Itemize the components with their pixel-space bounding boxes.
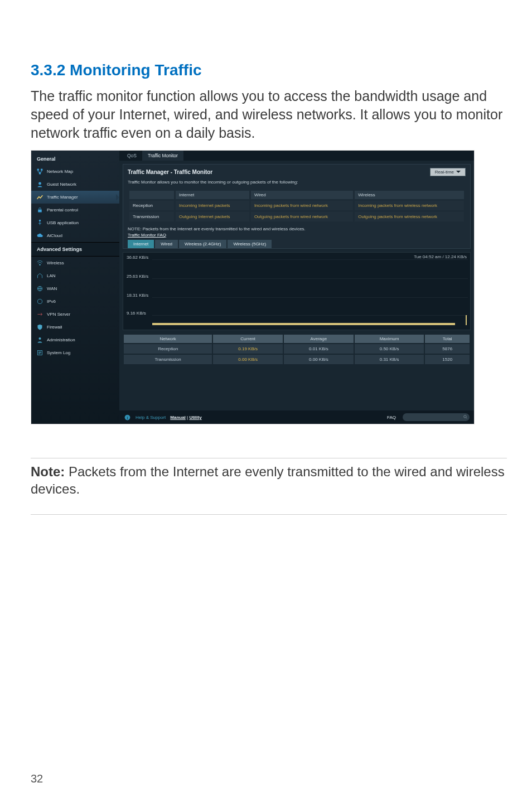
stats-cell: 0.00 KB/s [284,355,354,364]
stats-head: Total [425,335,470,343]
cell-link[interactable]: Outgoing Internet packets [176,212,249,221]
sidebar-item-label: Firewall [47,325,62,330]
sidebar-item-label: VPN Server [47,312,70,317]
panel-title: Traffic Manager - Traffic Monitor [128,169,212,175]
log-icon [36,349,43,356]
traffic-monitor-faq-link[interactable]: Traffic Monitor FAQ [128,233,166,238]
chart-line [152,323,468,325]
subtab-internet[interactable]: Internet [128,240,154,248]
svg-point-8 [37,299,42,303]
stats-head: Average [284,335,354,343]
cell-link[interactable]: Incoming packets from wireless network [355,201,464,210]
main-panel: QoS Traffic Monitor Traffic Manager - Tr… [119,151,474,424]
stats-cell: 0.00 KB/s [213,355,283,364]
col-wired: Wired [251,191,353,199]
cell-link[interactable]: Incoming Internet packets [176,201,249,210]
sidebar-item-ipv6[interactable]: IPv6 [31,295,119,308]
svg-point-13 [464,415,467,418]
divider [31,458,507,458]
realtime-dropdown[interactable]: Real-time [430,168,466,176]
ui-footer: i Help & Support Manual | Utility FAQ [119,410,474,424]
col-internet: Internet [176,191,249,199]
sidebar-item-label: AiCloud [47,233,62,238]
svg-point-3 [38,182,41,185]
utility-link[interactable]: Utility [189,415,201,420]
faq-search-input[interactable] [403,413,470,421]
stats-cell: 5876 [425,344,470,354]
chart-ytick: 36.62 KB/s [127,255,148,260]
subtab-wireless-24[interactable]: Wireless (2.4GHz) [179,240,226,248]
chart-spike-icon [466,315,467,325]
vpn-icon [36,311,43,318]
stats-cell: 0.50 KB/s [355,344,424,354]
svg-rect-2 [39,172,41,174]
sidebar-item-admin[interactable]: Administration [31,334,119,346]
sidebar-item-usb[interactable]: USB application [31,216,119,229]
chart-ytick: 25.63 KB/s [127,274,148,279]
sidebar-item-label: Administration [47,337,75,342]
sidebar-item-wan[interactable]: WAN [31,282,119,295]
svg-text:i: i [127,415,128,420]
stats-cell: 0.19 KB/s [213,344,283,354]
sidebar-item-guest[interactable]: Guest Network [31,178,119,191]
guest-icon [36,181,43,188]
stats-head: Network [124,335,212,343]
network-map-icon [36,168,43,175]
stats-table: Network Current Average Maximum Total Re… [123,334,471,365]
packet-direction-table: Internet Wired Wireless Reception Incomi… [128,189,466,223]
sidebar-item-label: System Log [47,350,70,355]
stats-cell: 0.01 KB/s [284,344,354,354]
sidebar-item-label: Guest Network [47,182,76,187]
cell-link[interactable]: Incoming packets from wired network [251,201,353,210]
tab-traffic-monitor[interactable]: Traffic Monitor [142,151,183,161]
traffic-chart: Tue 04:52 am / 12.24 KB/s 36.62 KB/s 25.… [123,252,471,330]
cell-link[interactable]: Outgoing packets from wireless network [355,212,464,221]
note-label: Note: [31,464,65,479]
sidebar-item-firewall[interactable]: Firewall [31,321,119,334]
traffic-icon [36,194,43,201]
table-row: Transmission 0.00 KB/s 0.00 KB/s 0.31 KB… [124,355,470,364]
manual-link[interactable]: Manual [170,415,186,420]
note-text: Packets from the Internet are evenly tra… [31,464,505,496]
shield-icon [36,323,43,331]
sidebar-item-label: IPv6 [47,299,56,304]
sidebar-group-advanced: Advanced Settings [31,242,119,257]
sidebar-item-parental[interactable]: Parental control [31,204,119,216]
help-support-label[interactable]: Help & Support [136,415,166,420]
sidebar-item-label: Traffic Manager [47,195,78,200]
search-icon [463,414,468,421]
sidebar-item-label: Network Map [47,169,73,174]
lan-icon [36,272,43,279]
panel-note: NOTE: Packets from the Internet are even… [128,226,466,231]
sidebar-item-lan[interactable]: LAN [31,269,119,282]
sidebar-item-vpn[interactable]: VPN Server [31,308,119,321]
panel-help-text: Traffic Monitor allows you to monitor th… [128,180,466,185]
top-tabs: QoS Traffic Monitor [119,151,474,161]
subtab-wireless-5[interactable]: Wireless (5GHz) [228,240,272,248]
wifi-icon [36,259,43,267]
chart-sub-tabs: Internet Wired Wireless (2.4GHz) Wireles… [128,240,466,248]
sidebar-item-aicloud[interactable]: AiCloud [31,229,119,242]
stats-head: Current [213,335,283,343]
sidebar-item-traffic-manager[interactable]: Traffic Manager [31,191,119,204]
globe6-icon [36,298,43,305]
sidebar-item-network-map[interactable]: Network Map [31,165,119,178]
stats-cell: 0.31 KB/s [355,355,424,364]
tab-qos[interactable]: QoS [122,151,142,161]
stats-cell: Transmission [124,355,212,364]
sidebar-item-label: Parental control [47,207,78,212]
intro-paragraph: The traffic monitor function allows you … [31,87,507,142]
lock-icon [36,206,43,214]
table-row: Reception 0.19 KB/s 0.01 KB/s 0.50 KB/s … [124,344,470,354]
sidebar-item-label: WAN [47,286,57,291]
sidebar-item-syslog[interactable]: System Log [31,346,119,359]
note-paragraph: Note: Packets from the Internet are even… [31,463,507,497]
sidebar-item-wireless[interactable]: Wireless [31,257,119,269]
cell-link[interactable]: Outgoing packets from wired network [251,212,353,221]
section-heading: 3.3.2 Monitoring Traffic [31,61,507,79]
sidebar-item-label: Wireless [47,260,64,265]
chart-ytick: 18.31 KB/s [127,293,148,298]
subtab-wired[interactable]: Wired [155,240,178,248]
usb-icon [36,219,43,226]
admin-icon [36,336,43,344]
